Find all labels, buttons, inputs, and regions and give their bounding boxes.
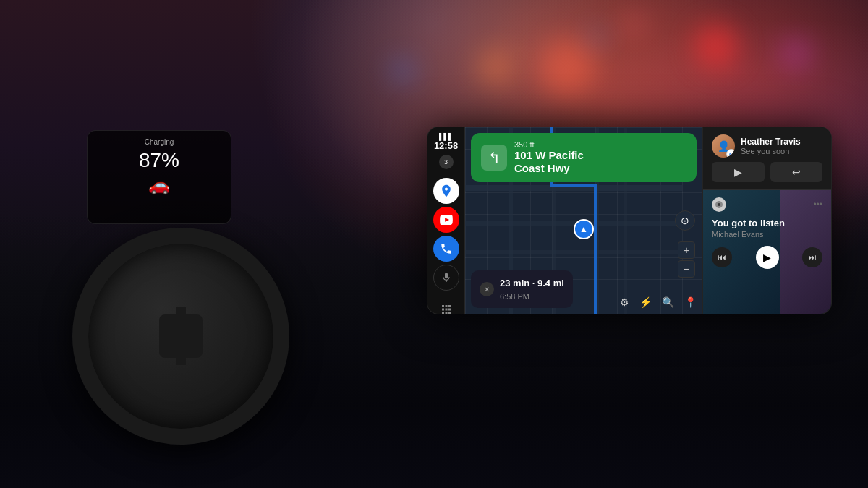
search-tool-btn[interactable]: 🔍 [662,296,674,308]
music-controls: ⏮ ▶ ⏭ [712,246,822,269]
nav-direction-arrow: ↰ [481,145,507,171]
compass-icon[interactable]: ⊙ [675,210,695,231]
infotainment-screen: ▌▌▌ 12:58 3 [427,127,832,314]
charging-label: Charging [95,138,224,146]
signal-indicator: ▌▌▌ [434,133,458,140]
time-display: 12:58 [434,140,458,152]
phone-app-icon[interactable] [433,236,459,262]
youtube-app-icon[interactable] [433,207,459,233]
svg-rect-2 [465,250,682,254]
mic-app-icon[interactable] [433,265,459,291]
prev-track-btn[interactable]: ⏮ [712,247,732,267]
eta-duration: 23 min · 9.4 mi [500,278,564,288]
nav-street: 101 W PacificCoast Hwy [514,149,584,175]
contact-name: Heather Travis [741,137,801,147]
notification-badge: 3 [439,155,454,169]
maps-app-icon[interactable] [433,178,459,204]
map-zoom-controls: + − [678,241,695,278]
play-message-btn[interactable]: ▶ [712,162,765,182]
settings-tool-btn[interactable]: ⚙ [620,296,629,308]
svg-point-8 [718,203,720,206]
eta-arrival: 6:58 PM [500,292,529,301]
eta-close-btn[interactable]: ✕ [480,282,494,296]
cluster-display: Charging 87% 🚗 [87,130,231,224]
zoom-in-btn[interactable]: + [678,241,695,259]
artist-name: Michael Evans [712,230,822,239]
map-area[interactable]: ↰ 350 ft 101 W PacificCoast Hwy ✕ 23 min… [465,127,702,314]
nav-distance: 350 ft [514,140,584,149]
nav-card: ↰ 350 ft 101 W PacificCoast Hwy [471,133,697,182]
battery-percent: 87% [95,149,224,172]
reply-message-btn[interactable]: ↩ [770,162,823,182]
next-track-btn[interactable]: ⏭ [802,247,822,267]
app-sidebar: ▌▌▌ 12:58 3 [427,127,465,314]
steering-wheel [58,213,304,459]
music-app-icon [712,197,726,212]
location-tool-btn[interactable]: 📍 [684,296,697,308]
message-card: 👤 G Heather Travis See you soon ▶ ↩ [703,127,831,190]
message-text: See you soon [741,147,801,155]
google-badge: G [726,149,735,158]
music-icon-row: ••• [712,197,822,212]
track-title: You got to listen [712,218,822,228]
route-tool-btn[interactable]: ⚡ [639,296,652,308]
contact-avatar: 👤 G [712,134,735,158]
location-arrow: ▲ [574,219,594,239]
eta-bar: ✕ 23 min · 9.4 mi 6:58 PM [471,270,573,308]
map-toolbar: ⚙ ⚡ 🔍 📍 [620,296,697,308]
music-card: ••• You got to listen Michael Evans ⏮ ▶ … [703,190,831,314]
grid-app-icon[interactable] [433,296,459,314]
message-header: 👤 G Heather Travis See you soon [712,134,822,158]
play-pause-btn[interactable]: ▶ [756,246,779,269]
music-content: ••• You got to listen Michael Evans ⏮ ▶ … [712,197,822,269]
music-more-btn[interactable]: ••• [813,200,822,210]
zoom-out-btn[interactable]: − [678,260,695,278]
message-actions: ▶ ↩ [712,162,822,182]
car-icon: 🚗 [95,175,224,195]
right-panel: 👤 G Heather Travis See you soon ▶ ↩ [702,127,831,314]
